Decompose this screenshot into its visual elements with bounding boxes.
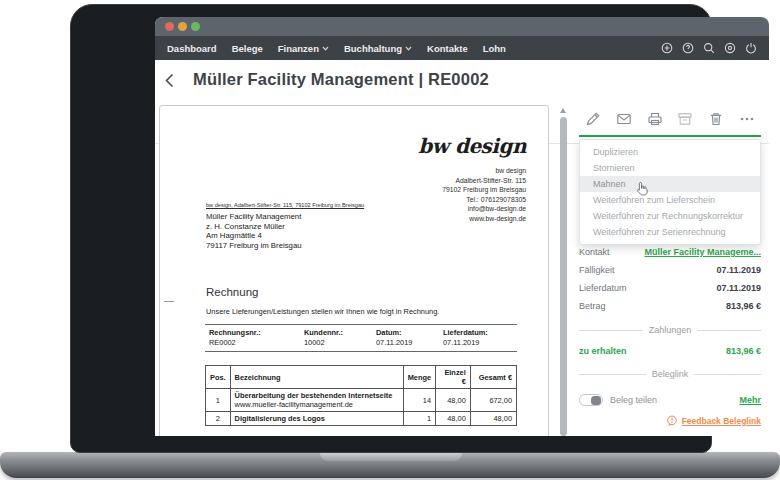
items-header: Bezeichnung xyxy=(230,366,403,389)
add-circle-icon[interactable] xyxy=(661,42,673,54)
company-line: info@bw-design.de xyxy=(442,204,526,214)
meta-header: Kundennr.: xyxy=(300,325,372,338)
menu-item-duplizieren[interactable]: Duplizieren xyxy=(580,144,760,160)
nav-item-dashboard[interactable]: Dashboard xyxy=(167,43,217,54)
payment-amount: 813,96 € xyxy=(726,346,761,356)
menu-item-stornieren[interactable]: Stornieren xyxy=(580,160,760,176)
item-total: 672,00 xyxy=(470,389,516,412)
invoice-detail-panel: Duplizieren Stornieren Mahnen Weiterführ… xyxy=(579,105,761,436)
invoice-preview[interactable]: bw design bw design Adalbert-Stifter-Str… xyxy=(159,105,549,436)
table-row: 2 Digitalisierung des Logos 1 48,00 48,0… xyxy=(206,412,517,426)
contact-link[interactable]: Müller Facility Manageme... xyxy=(644,247,761,257)
company-line: 79102 Freiburg im Breisgau xyxy=(442,185,526,195)
svg-text:!: ! xyxy=(671,417,673,424)
menu-item-weiterfuehren-lieferschein[interactable]: Weiterführen zum Lieferschein xyxy=(580,192,760,208)
meta-header: Lieferdatum: xyxy=(439,325,517,338)
page-title: Müller Facility Management | RE0002 xyxy=(193,70,489,89)
share-toggle[interactable] xyxy=(579,394,603,406)
feedback-bubble-icon: ! xyxy=(666,415,678,427)
section-label: Zahlungen xyxy=(649,325,692,335)
back-chevron-icon[interactable] xyxy=(165,73,174,88)
section-zahlungen: Zahlungen xyxy=(579,323,761,337)
divider-line xyxy=(694,374,761,375)
context-menu: Duplizieren Stornieren Mahnen Weiterführ… xyxy=(579,139,761,245)
chevron-down-icon xyxy=(405,46,412,51)
invoice-sender-line: bw design, Adalbert-Stifter-Str. 115, 79… xyxy=(206,202,364,208)
items-header: Einzel € xyxy=(436,366,471,389)
divider-line xyxy=(697,330,761,331)
section-beleglink: Beleglink xyxy=(579,367,761,381)
nav-item-lohn[interactable]: Lohn xyxy=(483,43,506,54)
detail-row-kontakt: Kontakt Müller Facility Manageme... xyxy=(579,243,761,261)
scrollbar-thumb[interactable] xyxy=(560,117,567,436)
settings-gear-icon[interactable] xyxy=(724,42,736,54)
nav-label: Finanzen xyxy=(278,43,319,54)
items-header: Gesamt € xyxy=(470,366,516,389)
vertical-scrollbar[interactable] xyxy=(559,105,568,436)
detail-label: Betrag xyxy=(579,301,606,311)
maximize-window-button[interactable] xyxy=(191,22,200,31)
scroll-up-arrow[interactable] xyxy=(560,108,566,113)
nav-item-finanzen[interactable]: Finanzen xyxy=(278,43,329,54)
item-name: Überarbeitung der bestehenden Internetse… xyxy=(230,389,403,412)
item-title: Überarbeitung der bestehenden Internetse… xyxy=(235,391,393,400)
nav-label: Buchhaltung xyxy=(344,43,402,54)
menu-item-weiterfuehren-serienrechnung[interactable]: Weiterführen zur Serienrechnung xyxy=(580,224,760,240)
menu-item-mahnen[interactable]: Mahnen xyxy=(580,176,760,192)
email-envelope-icon[interactable] xyxy=(616,111,632,127)
recipient-line: Am Hagmättle 4 xyxy=(206,231,302,241)
invoice-meta-table: Rechnungsnr.: Kundennr.: Datum: Lieferda… xyxy=(205,324,517,352)
meta-header: Rechnungsnr.: xyxy=(205,325,300,338)
close-window-button[interactable] xyxy=(165,22,174,31)
detail-label: Lieferdatum xyxy=(579,283,627,293)
item-unit-price: 48,00 xyxy=(436,412,471,426)
share-toggle-row: Beleg teilen Mehr xyxy=(579,391,761,409)
detail-value: 813,96 € xyxy=(726,301,761,311)
search-icon[interactable] xyxy=(703,42,715,54)
invoice-intro-text: Unsere Lieferungen/Leistungen stellen wi… xyxy=(206,307,439,316)
menu-item-weiterfuehren-rechnungskorrektur[interactable]: Weiterführen zur Rechnungskorrektur xyxy=(580,208,760,224)
item-qty: 14 xyxy=(403,389,435,412)
nav-label: Kontakte xyxy=(427,43,468,54)
section-label: Beleglink xyxy=(652,369,689,379)
toggle-label: Beleg teilen xyxy=(610,395,739,405)
more-link[interactable]: Mehr xyxy=(739,395,761,405)
laptop-base-notch xyxy=(320,452,462,461)
item-qty: 1 xyxy=(403,412,435,426)
help-circle-icon[interactable] xyxy=(682,42,694,54)
more-ellipsis-icon[interactable] xyxy=(739,111,755,127)
item-name: Digitalisierung des Logos xyxy=(230,412,403,426)
detail-value: 07.11.2019 xyxy=(716,265,761,275)
nav-label: Lohn xyxy=(483,43,506,54)
feedback-link[interactable]: Feedback Beleglink xyxy=(682,416,761,426)
meta-header: Datum: xyxy=(372,325,439,338)
divider-line xyxy=(579,374,646,375)
invoice-company-block: bw design Adalbert-Stifter-Str. 115 7910… xyxy=(442,166,526,223)
nav-item-buchhaltung[interactable]: Buchhaltung xyxy=(344,43,412,54)
item-title: Digitalisierung des Logos xyxy=(235,414,325,423)
nav-item-belege[interactable]: Belege xyxy=(232,43,263,54)
recipient-line: Müller Facility Management xyxy=(206,212,302,222)
company-line: Adalbert-Stifter-Str. 115 xyxy=(442,176,526,186)
print-icon[interactable] xyxy=(647,111,663,127)
power-icon[interactable] xyxy=(745,42,757,54)
toggle-knob xyxy=(591,396,601,406)
laptop-mockup: Dashboard Belege Finanzen Buchhaltung Ko… xyxy=(0,0,780,480)
meta-value: RE0002 xyxy=(205,337,300,352)
invoice-logo: bw design xyxy=(418,134,526,158)
page-header: Müller Facility Management | RE0002 xyxy=(155,60,769,101)
chevron-down-icon xyxy=(322,46,329,51)
minimize-window-button[interactable] xyxy=(178,22,187,31)
detail-value: 07.11.2019 xyxy=(716,283,761,293)
edit-pencil-icon[interactable] xyxy=(585,111,601,127)
nav-label: Dashboard xyxy=(167,43,217,54)
meta-value: 07.11.2019 xyxy=(439,337,517,352)
main-nav: Dashboard Belege Finanzen Buchhaltung Ko… xyxy=(155,36,769,60)
nav-item-kontakte[interactable]: Kontakte xyxy=(427,43,468,54)
items-header: Menge xyxy=(403,366,435,389)
archive-box-icon[interactable] xyxy=(677,111,693,127)
hand-cursor-icon xyxy=(635,181,649,196)
items-header-row: Pos. Bezeichnung Menge Einzel € Gesamt € xyxy=(206,366,517,389)
company-line: Tel.: 076129078305 xyxy=(442,195,526,205)
trash-icon[interactable] xyxy=(708,111,724,127)
